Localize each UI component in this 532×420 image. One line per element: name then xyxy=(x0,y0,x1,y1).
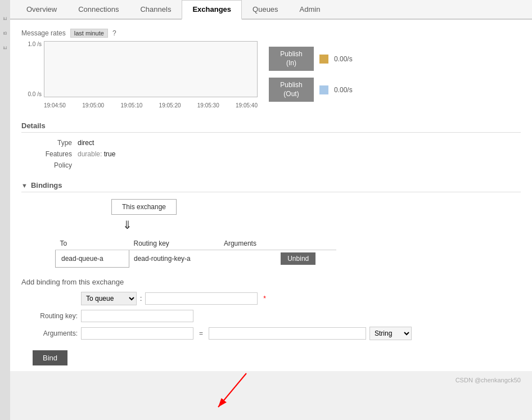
this-exchange-box: This exchange xyxy=(111,199,177,215)
col-actions xyxy=(276,237,336,250)
footer-attribution: CSDN @chenkangck50 xyxy=(456,377,521,383)
x-label-5: 19:05:40 xyxy=(236,102,258,109)
bind-button[interactable]: Bind xyxy=(33,350,67,365)
top-nav: Overview Connections Channels Exchanges … xyxy=(10,0,532,20)
policy-label: Policy xyxy=(33,161,72,169)
features-value: durable: true xyxy=(78,150,115,158)
col-arguments: Arguments xyxy=(219,237,276,250)
tab-admin[interactable]: Admin xyxy=(289,0,331,19)
to-queue-select[interactable]: To queue To exchange xyxy=(81,292,137,305)
details-type-row: Type direct xyxy=(33,137,521,148)
publish-out-button[interactable]: Publish (Out) xyxy=(269,78,314,102)
tab-exchanges-active[interactable]: Exchanges xyxy=(182,0,242,20)
arguments-form-row: Arguments: = String Number Boolean xyxy=(21,327,521,340)
chart-container: 1.0 /s 0.0 /s 19:04:50 19:05:00 19:05:10… xyxy=(21,41,258,109)
durable-label-text: durable: xyxy=(78,150,102,158)
required-star: * xyxy=(263,295,266,302)
publish-in-value: 0.00/s xyxy=(334,55,353,63)
chart-y-min: 0.0 /s xyxy=(28,91,42,97)
publish-out-value: 0.00/s xyxy=(334,86,353,94)
type-value: direct xyxy=(78,139,94,147)
features-label: Features xyxy=(33,150,72,158)
legend-publish-in: Publish (In) 0.00/s xyxy=(269,47,353,71)
col-routing-key: Routing key xyxy=(129,237,219,250)
publish-out-color xyxy=(319,85,328,94)
details-features-row: Features durable: true xyxy=(33,148,521,160)
colon-separator: : xyxy=(140,295,142,302)
type-select[interactable]: String Number Boolean xyxy=(369,327,412,340)
side-panel: E B Ε xyxy=(0,0,10,420)
chart-legend: Publish (In) 0.00/s Publish (Out) 0.00/s xyxy=(269,41,353,102)
footer: CSDN @chenkangck50 xyxy=(10,371,532,389)
tab-queues[interactable]: Queues xyxy=(242,0,289,19)
chart-section: 1.0 /s 0.0 /s 19:04:50 19:05:00 19:05:10… xyxy=(21,41,521,109)
queue-name-cell: dead-queue-a xyxy=(56,250,129,268)
tab-overview[interactable]: Overview xyxy=(16,0,67,19)
x-label-0: 19:04:50 xyxy=(44,102,66,109)
message-rates-bar: Message rates last minute ? xyxy=(21,25,521,41)
add-binding-title: Add binding from this exchange xyxy=(21,278,521,286)
details-policy-row: Policy xyxy=(33,160,521,171)
bindings-section-title: Bindings xyxy=(31,181,62,189)
type-label: Type xyxy=(33,139,72,147)
arguments-cell xyxy=(219,250,276,268)
routing-key-input[interactable] xyxy=(81,310,193,322)
bindings-table: To Routing key Arguments dead-queue-a de… xyxy=(55,237,336,268)
publish-in-color xyxy=(319,55,328,64)
durable-value: true xyxy=(104,150,116,158)
unbind-button[interactable]: Unbind xyxy=(281,252,315,265)
details-section-title: Details xyxy=(21,117,521,133)
x-label-4: 19:05:30 xyxy=(197,102,219,109)
equals-sign: = xyxy=(199,329,203,337)
to-queue-input[interactable] xyxy=(145,292,258,305)
routing-key-form-row: Routing key: xyxy=(21,310,521,322)
chart-x-labels: 19:04:50 19:05:00 19:05:10 19:05:20 19:0… xyxy=(44,97,258,109)
side-item-1: E xyxy=(2,17,8,20)
chart-y-labels: 1.0 /s 0.0 /s xyxy=(21,41,44,97)
help-question[interactable]: ? xyxy=(112,29,116,37)
to-queue-row: To queue To exchange : * xyxy=(21,292,521,305)
this-exchange-container: This exchange ⇓ xyxy=(111,199,521,232)
legend-publish-out: Publish (Out) 0.00/s xyxy=(269,78,353,102)
last-minute-badge[interactable]: last minute xyxy=(70,29,108,38)
details-table: Type direct Features durable: true Polic… xyxy=(33,137,521,171)
x-label-2: 19:05:10 xyxy=(120,102,142,109)
message-rates-label: Message rates xyxy=(21,29,66,37)
x-label-1: 19:05:00 xyxy=(82,102,104,109)
tab-channels[interactable]: Channels xyxy=(129,0,182,19)
col-to: To xyxy=(56,237,129,250)
chart-y-max: 1.0 /s xyxy=(28,41,42,47)
bindings-header: ▼ Bindings xyxy=(21,177,521,192)
arguments-key-input[interactable] xyxy=(81,327,193,340)
tab-connections[interactable]: Connections xyxy=(67,0,129,19)
routing-key-cell: dead-routing-key-a xyxy=(129,250,219,268)
arguments-form-label: Arguments: xyxy=(21,329,78,337)
x-label-3: 19:05:20 xyxy=(159,102,181,109)
table-row: dead-queue-a dead-routing-key-a Unbind xyxy=(56,250,337,268)
down-arrow-symbol: ⇓ xyxy=(123,218,132,232)
bindings-wrapper: ▼ Bindings This exchange ⇓ xyxy=(21,177,521,268)
side-item-2: B xyxy=(2,31,8,35)
publish-in-button[interactable]: Publish (In) xyxy=(269,47,314,71)
unbind-cell: Unbind xyxy=(276,250,336,268)
bindings-collapse-arrow[interactable]: ▼ xyxy=(21,182,28,189)
arguments-value-input[interactable] xyxy=(209,327,366,340)
chart-plot xyxy=(44,41,258,97)
side-item-3: Ε xyxy=(2,46,8,49)
routing-key-form-label: Routing key: xyxy=(21,312,78,320)
